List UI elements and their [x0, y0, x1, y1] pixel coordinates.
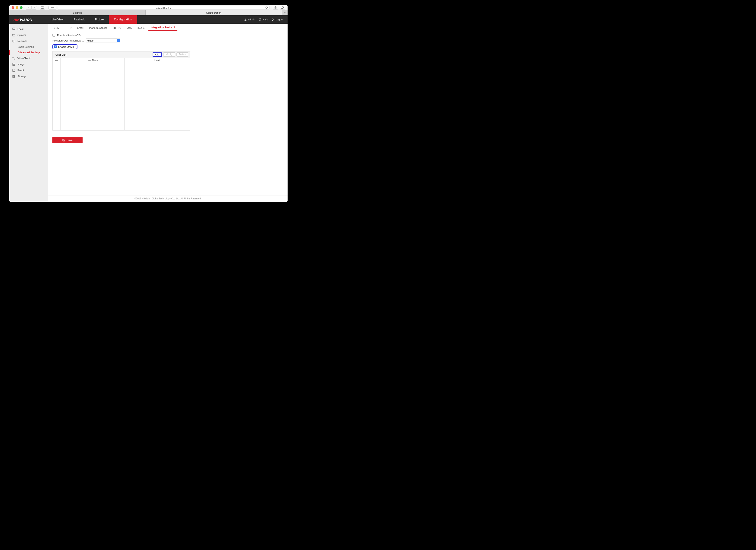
window-icon: [12, 33, 15, 37]
svg-rect-15: [14, 58, 15, 59]
svg-rect-4: [281, 7, 283, 8]
svg-rect-24: [63, 139, 64, 140]
nav-configuration[interactable]: Configuration: [109, 15, 137, 24]
svg-rect-25: [63, 140, 64, 141]
share-button[interactable]: [273, 6, 278, 10]
enable-onvif-highlight: ✓ Enable ONVIF: [52, 44, 77, 49]
svg-rect-8: [12, 28, 15, 30]
subtab-email[interactable]: Email: [75, 25, 86, 31]
monitor-icon: [12, 27, 15, 31]
tabs-icon: [281, 6, 284, 9]
content-area: SNMP FTP Email Platform Access HTTPS QoS…: [48, 24, 288, 202]
col-username: User Name: [61, 58, 125, 63]
sidebar-item-storage[interactable]: Storage: [9, 73, 48, 79]
address-bar[interactable]: 192.168.1.80: [58, 6, 269, 10]
auth-label: Hikvision-CGI Authenticat…: [52, 39, 84, 42]
modify-user-button[interactable]: Modify: [163, 52, 175, 57]
browser-tab-configuration[interactable]: Configuration: [146, 10, 282, 15]
brand-logo: HIKVISION: [9, 15, 46, 24]
enable-onvif-checkbox[interactable]: ✓: [54, 45, 57, 48]
nav-buttons: [26, 6, 37, 10]
col-level: Level: [125, 58, 190, 63]
select-caret-icon: [117, 39, 120, 42]
app-root: HIKVISION Live View Playback Picture Con…: [9, 15, 288, 202]
storage-icon: [12, 75, 15, 78]
auth-select[interactable]: digest: [86, 38, 120, 42]
enable-cgi-checkbox[interactable]: [52, 34, 55, 37]
enable-cgi-label: Enable Hikvision-CGI: [57, 34, 81, 37]
delete-user-button[interactable]: Delete: [176, 52, 188, 57]
svg-rect-16: [13, 63, 15, 65]
subtab-integration-protocol[interactable]: Integration Protocol: [148, 24, 177, 31]
user-list-body: [53, 63, 190, 130]
subtab-qos[interactable]: QoS: [125, 25, 134, 31]
auth-value: digest: [87, 39, 94, 42]
reader-button[interactable]: [48, 6, 56, 10]
sidebar-item-system[interactable]: System: [9, 32, 48, 38]
sidebar-item-network[interactable]: Network: [9, 38, 48, 44]
col-no: No.: [53, 58, 61, 63]
address-text: 192.168.1.80: [156, 6, 171, 9]
browser-window: 192.168.1.80 Settings Configuration + HI…: [9, 5, 288, 202]
user-list-title: User List: [54, 53, 66, 56]
subtab-ftp[interactable]: FTP: [64, 25, 74, 31]
help-link[interactable]: ? Help: [259, 18, 268, 21]
config-sidebar: Local System Network Basic Settings Adva…: [9, 24, 48, 202]
sidebar-toggle-button[interactable]: [40, 6, 45, 10]
sidebar-item-basic-settings[interactable]: Basic Settings: [9, 44, 48, 50]
share-icon: [274, 6, 277, 9]
subtab-8021x[interactable]: 802.1x: [135, 25, 147, 31]
sidebar-item-local[interactable]: Local: [9, 26, 48, 32]
save-button[interactable]: Save: [52, 137, 83, 143]
user-list-header: No. User Name Level: [53, 58, 190, 63]
browser-tab-settings[interactable]: Settings: [9, 10, 146, 15]
svg-text:?: ?: [260, 19, 261, 20]
new-tab-button[interactable]: +: [282, 10, 288, 15]
nav-playback[interactable]: Playback: [68, 15, 90, 24]
globe-icon: [12, 39, 15, 43]
svg-point-5: [245, 19, 246, 19]
reload-icon[interactable]: [265, 6, 268, 9]
logout-icon: [272, 18, 274, 21]
sidebar-item-image[interactable]: Image: [9, 61, 48, 67]
nav-live-view[interactable]: Live View: [46, 15, 68, 24]
minimize-window-icon[interactable]: [16, 6, 18, 9]
calendar-icon: [12, 69, 15, 72]
svg-point-14: [13, 57, 14, 58]
help-icon: ?: [259, 18, 262, 21]
forward-button[interactable]: [31, 6, 37, 10]
save-icon: [62, 139, 65, 141]
maximize-window-icon[interactable]: [20, 6, 22, 9]
add-user-button[interactable]: Add: [153, 52, 162, 57]
image-icon: [12, 63, 15, 66]
tabs-button[interactable]: [280, 6, 285, 10]
subtab-https[interactable]: HTTPS: [111, 25, 124, 31]
subtab-bar: SNMP FTP Email Platform Access HTTPS QoS…: [48, 24, 288, 31]
svg-rect-9: [13, 34, 15, 36]
subtab-snmp[interactable]: SNMP: [51, 25, 64, 31]
footer-text: ©2017 Hikvision Digital Technology Co., …: [48, 195, 288, 202]
enable-onvif-label: Enable ONVIF: [58, 45, 75, 48]
sidebar-icon: [41, 6, 44, 9]
chevron-left-icon: [28, 6, 29, 9]
nav-picture[interactable]: Picture: [90, 15, 109, 24]
top-nav: HIKVISION Live View Playback Picture Con…: [9, 15, 288, 24]
svg-rect-0: [41, 7, 44, 9]
back-button[interactable]: [26, 6, 31, 10]
subtab-platform-access[interactable]: Platform Access: [87, 25, 110, 31]
close-window-icon[interactable]: [12, 6, 14, 9]
user-list-panel: User List Add Modify Delete No. User Nam…: [52, 51, 190, 131]
browser-tabbar: Settings Configuration +: [9, 10, 288, 15]
av-icon: [12, 57, 15, 60]
browser-titlebar: 192.168.1.80: [9, 5, 288, 10]
logout-link[interactable]: Logout: [272, 18, 283, 21]
window-controls: [12, 6, 22, 9]
svg-rect-17: [13, 69, 15, 72]
sidebar-item-advanced-settings[interactable]: Advanced Settings: [9, 50, 48, 55]
user-menu[interactable]: admin: [244, 18, 255, 21]
chevron-right-icon: [33, 6, 35, 9]
user-icon: [244, 18, 247, 21]
svg-point-23: [14, 77, 14, 77]
sidebar-item-event[interactable]: Event: [9, 67, 48, 73]
sidebar-item-video-audio[interactable]: Video/Audio: [9, 55, 48, 61]
